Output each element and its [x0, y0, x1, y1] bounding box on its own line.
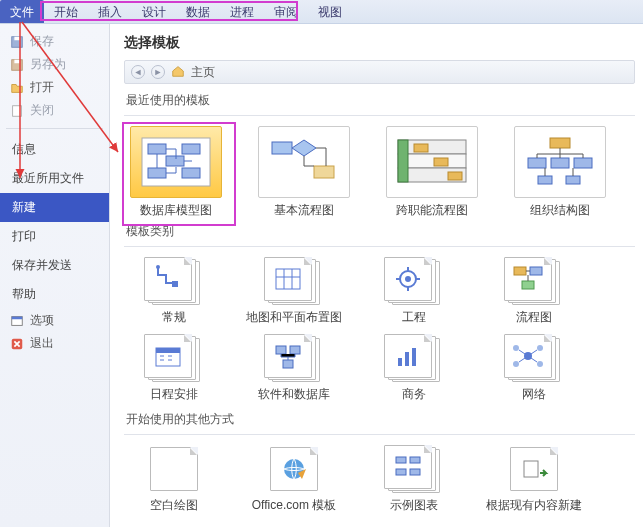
options-icon	[10, 314, 24, 328]
svg-rect-42	[283, 360, 293, 368]
svg-rect-27	[574, 158, 592, 168]
tab-view[interactable]: 视图	[308, 0, 352, 23]
ribbon-tabs: 文件 开始 插入 设计 数据 进程 审阅 视图	[0, 0, 643, 24]
backstage-savesend[interactable]: 保存并发送	[0, 251, 109, 280]
cat-general[interactable]: 常规	[126, 257, 222, 326]
svg-point-30	[156, 265, 160, 269]
cat-software-db[interactable]: 软件和数据库	[246, 334, 342, 403]
svg-rect-31	[172, 281, 178, 287]
cat-label: 软件和数据库	[246, 386, 342, 403]
template-label: 跨职能流程图	[382, 202, 482, 219]
cat-label: 常规	[126, 309, 222, 326]
svg-rect-12	[182, 168, 200, 178]
tab-insert[interactable]: 插入	[88, 0, 132, 23]
svg-rect-4	[13, 105, 22, 116]
svg-rect-39	[156, 348, 180, 353]
backstage-save[interactable]: 保存	[0, 30, 109, 53]
tab-data[interactable]: 数据	[176, 0, 220, 23]
cat-network[interactable]: 网络	[486, 334, 582, 403]
tab-review[interactable]: 审阅	[264, 0, 308, 23]
other-row: 空白绘图 Office.com 模板 示例图表 根据现有内容新建	[126, 445, 643, 514]
svg-rect-55	[410, 469, 420, 475]
backstage-save-label: 保存	[30, 33, 54, 50]
cat-flowchart[interactable]: 流程图	[486, 257, 582, 326]
other-blank[interactable]: 空白绘图	[126, 445, 222, 514]
cat-label: 商务	[366, 386, 462, 403]
other-label: 示例图表	[366, 497, 462, 514]
home-icon	[171, 64, 185, 81]
categories-row-2: 日程安排 软件和数据库 商务 网络	[126, 334, 643, 403]
breadcrumb[interactable]: ◄ ► 主页	[124, 60, 635, 84]
tab-design[interactable]: 设计	[132, 0, 176, 23]
backstage-open[interactable]: 打开	[0, 76, 109, 99]
template-cross-func[interactable]: 跨职能流程图	[382, 126, 482, 219]
breadcrumb-home[interactable]: 主页	[191, 64, 215, 81]
svg-point-50	[537, 361, 543, 367]
cat-label: 网络	[486, 386, 582, 403]
nav-back-icon[interactable]: ◄	[131, 65, 145, 79]
separator	[6, 128, 103, 129]
svg-rect-21	[414, 144, 428, 152]
tab-file[interactable]: 文件	[0, 0, 44, 23]
svg-rect-45	[412, 348, 416, 366]
backstage-info[interactable]: 信息	[0, 135, 109, 164]
template-org-chart[interactable]: 组织结构图	[510, 126, 610, 219]
categories-label: 模板类别	[126, 223, 643, 240]
svg-rect-41	[290, 346, 300, 354]
saveas-icon	[10, 58, 24, 72]
close-icon	[10, 104, 24, 118]
svg-rect-32	[276, 269, 300, 289]
svg-rect-1	[14, 36, 19, 40]
template-thumb	[514, 126, 606, 198]
svg-rect-26	[551, 158, 569, 168]
backstage-options[interactable]: 选项	[0, 309, 109, 332]
backstage-print[interactable]: 打印	[0, 222, 109, 251]
svg-point-34	[405, 276, 411, 282]
backstage-new[interactable]: 新建	[0, 193, 109, 222]
backstage-help[interactable]: 帮助	[0, 280, 109, 309]
svg-rect-9	[148, 144, 166, 154]
other-office-com[interactable]: Office.com 模板	[246, 445, 342, 514]
template-label: 组织结构图	[510, 202, 610, 219]
template-thumb	[386, 126, 478, 198]
svg-point-48	[537, 345, 543, 351]
template-db-model[interactable]: 数据库模型图	[126, 126, 226, 219]
svg-rect-29	[566, 176, 580, 184]
backstage-recent[interactable]: 最近所用文件	[0, 164, 109, 193]
backstage-open-label: 打开	[30, 79, 54, 96]
cat-maps[interactable]: 地图和平面布置图	[246, 257, 342, 326]
svg-rect-53	[410, 457, 420, 463]
svg-rect-43	[398, 358, 402, 366]
nav-fwd-icon[interactable]: ►	[151, 65, 165, 79]
svg-rect-28	[538, 176, 552, 184]
cat-label: 日程安排	[126, 386, 222, 403]
backstage-close[interactable]: 关闭	[0, 99, 109, 122]
other-samples[interactable]: 示例图表	[366, 445, 462, 514]
backstage-exit[interactable]: 退出	[0, 332, 109, 355]
svg-rect-15	[314, 166, 334, 178]
template-basic-flow[interactable]: 基本流程图	[254, 126, 354, 219]
template-label: 基本流程图	[254, 202, 354, 219]
other-from-existing[interactable]: 根据现有内容新建	[486, 445, 582, 514]
template-thumb	[258, 126, 350, 198]
tab-home[interactable]: 开始	[44, 0, 88, 23]
svg-rect-3	[14, 59, 19, 63]
tab-process[interactable]: 进程	[220, 0, 264, 23]
backstage-exit-label: 退出	[30, 335, 54, 352]
svg-rect-10	[182, 144, 200, 154]
cat-engineering[interactable]: 工程	[366, 257, 462, 326]
recent-templates-label: 最近使用的模板	[126, 92, 643, 109]
open-icon	[10, 81, 24, 95]
cat-business[interactable]: 商务	[366, 334, 462, 403]
divider	[124, 115, 635, 116]
backstage-options-label: 选项	[30, 312, 54, 329]
svg-rect-40	[276, 346, 286, 354]
other-label: Office.com 模板	[246, 497, 342, 514]
divider	[124, 246, 635, 247]
cat-schedule[interactable]: 日程安排	[126, 334, 222, 403]
save-icon	[10, 35, 24, 49]
backstage-saveas[interactable]: 另存为	[0, 53, 109, 76]
svg-rect-11	[148, 168, 166, 178]
recent-templates-row: 数据库模型图	[126, 126, 643, 219]
exit-icon	[10, 337, 24, 351]
